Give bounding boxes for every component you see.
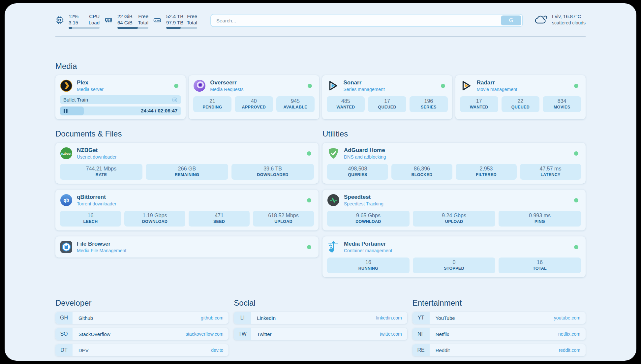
stat-queued: 22 QUEUED bbox=[502, 96, 540, 112]
status-dot bbox=[307, 245, 311, 249]
status-dot bbox=[574, 245, 578, 249]
bookmark-url: stackoverflow.com bbox=[186, 331, 223, 337]
cpu-load-value: 3.15 bbox=[69, 19, 78, 26]
speedtest-logo bbox=[327, 194, 340, 206]
weather-widget: Lviv, 16.87°C scattered clouds bbox=[534, 13, 586, 26]
app-title: AdGuard Home bbox=[344, 147, 386, 154]
memory-free-label: Free bbox=[138, 13, 148, 19]
stat-leech: 16 LEECH bbox=[60, 211, 121, 227]
status-dot bbox=[308, 84, 312, 88]
bookmark-url: youtube.com bbox=[554, 315, 580, 320]
bookmark-twitter[interactable]: TW Twitter twitter.com bbox=[234, 328, 407, 340]
playback-time: 24:44 / 02:06:47 bbox=[141, 108, 177, 113]
bookmark-url: dev.to bbox=[211, 348, 223, 353]
app-title: Media Portainer bbox=[344, 240, 392, 247]
bookmark-url: github.com bbox=[201, 315, 223, 320]
status-dot bbox=[441, 84, 445, 88]
stat-series: 196 SERIES bbox=[410, 96, 448, 112]
bookmark-linkedin[interactable]: LI LinkedIn linkedin.com bbox=[234, 312, 407, 324]
top-bar: 12% 3.15 CPU Load bbox=[55, 13, 586, 29]
status-dot bbox=[174, 84, 178, 88]
cpu-chip-icon bbox=[55, 16, 64, 24]
app-title: Overseerr bbox=[210, 79, 243, 86]
app-card-portainer[interactable]: Media Portainer Container management 16 … bbox=[322, 236, 586, 277]
app-card-sonarr[interactable]: Sonarr Series management 485 WANTED 17 Q… bbox=[322, 75, 452, 119]
cloud-icon bbox=[534, 14, 548, 25]
app-card-qbittorrent[interactable]: qb qBittorrent Torrent downloader 16 bbox=[55, 190, 319, 230]
dashboard-panel: 12% 3.15 CPU Load bbox=[5, 3, 636, 361]
disk-total-value: 97.9 TB bbox=[166, 19, 183, 26]
status-dot bbox=[307, 198, 311, 202]
radarr-logo bbox=[460, 79, 473, 92]
app-card-radarr[interactable]: Radarr Movie management 17 WANTED 22 QUE… bbox=[455, 75, 586, 119]
bookmark-name: YouTube bbox=[436, 315, 455, 321]
stat-filtered: 2,953 FILTERED bbox=[456, 164, 517, 180]
app-subtitle: Container management bbox=[344, 248, 392, 254]
cpu-load-label: Load bbox=[89, 19, 100, 26]
memory-total-label: Total bbox=[138, 19, 148, 26]
bookmarks-social: Social LI LinkedIn linkedin.com TW Twitt… bbox=[234, 298, 407, 356]
app-subtitle: Speedtest Tracking bbox=[344, 201, 383, 207]
status-dot bbox=[574, 151, 578, 156]
stat-total: 16 TOTAL bbox=[499, 258, 581, 273]
disk-icon bbox=[153, 16, 162, 24]
search-input[interactable] bbox=[211, 18, 500, 23]
stat-approved: 40 APPROVED bbox=[235, 96, 273, 112]
bookmark-reddit[interactable]: RE Reddit reddit.com bbox=[412, 344, 586, 356]
stat-wanted: 17 WANTED bbox=[460, 96, 498, 112]
bookmark-url: netflix.com bbox=[558, 331, 580, 337]
app-subtitle: Usenet downloader bbox=[77, 154, 117, 160]
overseerr-logo bbox=[193, 79, 206, 92]
bookmark-stackoverflow[interactable]: SO StackOverflow stackoverflow.com bbox=[55, 328, 229, 340]
bookmark-url: reddit.com bbox=[559, 348, 580, 353]
bookmark-tag: RE bbox=[412, 344, 430, 356]
bookmark-name: Github bbox=[78, 315, 93, 321]
app-card-speedtest[interactable]: Speedtest Speedtest Tracking 9.65 Gbps D… bbox=[322, 190, 586, 230]
search-engine-button[interactable]: G bbox=[501, 15, 521, 25]
bookmark-tag: TW bbox=[234, 328, 251, 340]
stat-queries: 498,508 QUERIES bbox=[327, 164, 388, 180]
bookmark-github[interactable]: GH Github github.com bbox=[55, 312, 229, 324]
app-card-plex[interactable]: Plex Media server Bullet Train bbox=[55, 75, 186, 119]
bookmark-netflix[interactable]: NF Netflix netflix.com bbox=[412, 328, 586, 340]
bookmark-tag: LI bbox=[234, 312, 251, 324]
bookmark-name: LinkedIn bbox=[257, 315, 276, 321]
app-subtitle: Media File Management bbox=[77, 248, 126, 254]
stat-rate: 744.21 Mbps RATE bbox=[60, 164, 142, 180]
app-title: Speedtest bbox=[344, 194, 383, 200]
adguard-logo bbox=[327, 147, 340, 160]
bookmark-youtube[interactable]: YT YouTube youtube.com bbox=[412, 312, 586, 324]
app-card-overseerr[interactable]: Overseerr Media Requests 21 PENDING 40 A… bbox=[189, 75, 319, 119]
app-card-filebrowser[interactable]: File Browser Media File Management bbox=[55, 236, 319, 258]
stat-queued: 17 QUEUED bbox=[368, 96, 406, 112]
disk-widget: 52.4 TB 97.9 TB Free Total bbox=[153, 13, 197, 29]
stat-stopped: 0 STOPPED bbox=[413, 258, 495, 273]
plex-logo bbox=[60, 79, 73, 92]
disk-free-label: Free bbox=[187, 13, 197, 19]
nzbget-logo: nzbget bbox=[60, 147, 73, 160]
app-subtitle: Series management bbox=[344, 86, 385, 92]
bookmark-tag: YT bbox=[412, 312, 430, 324]
section-title-developer: Developer bbox=[55, 298, 229, 308]
section-title-social: Social bbox=[234, 298, 407, 308]
status-dot bbox=[574, 198, 578, 202]
session-icon bbox=[172, 97, 178, 103]
bookmark-name: Reddit bbox=[436, 348, 450, 353]
bookmark-dev[interactable]: DT DEV dev.to bbox=[55, 344, 229, 356]
utilities-column: Utilities AdGuard Home DNS and adblockin… bbox=[322, 129, 586, 277]
stat-blocked: 86,396 BLOCKED bbox=[391, 164, 452, 180]
app-title: Plex bbox=[77, 79, 104, 86]
app-title: qBittorrent bbox=[77, 194, 116, 200]
cpu-progress-bar bbox=[69, 27, 100, 29]
pause-icon bbox=[63, 109, 68, 113]
app-card-adguard[interactable]: AdGuard Home DNS and adblocking 498,508 … bbox=[322, 143, 586, 184]
bookmark-tag: SO bbox=[55, 328, 73, 340]
app-card-nzbget[interactable]: nzbget NZBGet Usenet downloader 744.21 M… bbox=[55, 143, 319, 184]
weather-location-temp: Lviv, 16.87°C bbox=[552, 13, 586, 20]
sonarr-logo bbox=[327, 79, 339, 92]
section-title-entertainment: Entertainment bbox=[412, 298, 586, 308]
disk-progress-bar bbox=[166, 27, 197, 29]
stat-movies: 834 MOVIES bbox=[543, 96, 581, 112]
cpu-widget: 12% 3.15 CPU Load bbox=[55, 13, 100, 29]
stat-pending: 21 PENDING bbox=[193, 96, 231, 112]
